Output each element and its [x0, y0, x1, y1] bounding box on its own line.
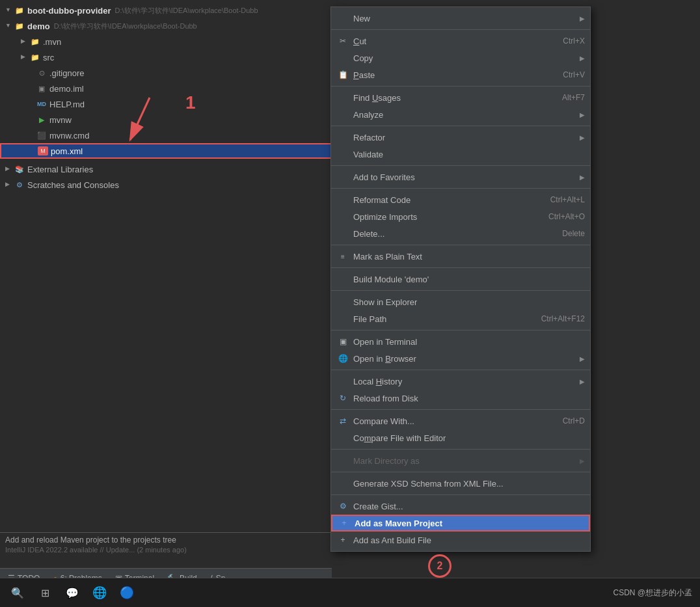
menu-item-cut[interactable]: ✂ Cut Ctrl+X — [331, 33, 590, 49]
folder-icon: 📁 — [30, 52, 40, 62]
tree-item-ext-libs[interactable]: ▶ 📚 External Libraries — [0, 161, 332, 177]
menu-label-compare-editor: Compare File with Editor — [353, 433, 585, 443]
menu-label-paste: Paste — [353, 70, 550, 80]
history-icon — [336, 375, 349, 388]
tree-item-demo-iml[interactable]: ▣ demo.iml — [0, 81, 332, 96]
context-menu: New ▶ ✂ Cut Ctrl+X Copy ▶ 📋 Paste Ctrl+V… — [330, 7, 591, 552]
menu-item-refactor[interactable]: Refactor ▶ — [331, 129, 590, 146]
tree-label: External Libraries — [27, 165, 93, 174]
menu-item-add-maven[interactable]: + Add as Maven Project — [331, 515, 590, 532]
menu-item-open-browser[interactable]: 🌐 Open in Browser ▶ — [331, 350, 590, 367]
tree-label: Scratches and Consoles — [27, 180, 119, 190]
menu-item-reformat[interactable]: Reformat Code Ctrl+Alt+L — [331, 191, 590, 208]
menu-item-validate[interactable]: Validate — [331, 146, 590, 163]
taskbar: 🔍 ⊞ 💬 🌐 🔵 CSDN @想进步的小孟 — [0, 578, 700, 607]
tree-item-mvn[interactable]: ▶ 📁 .mvn — [0, 34, 332, 49]
search-taskbar-icon[interactable]: 🔍 — [8, 583, 27, 602]
tree-item-help-md[interactable]: MD HELP.md — [0, 96, 332, 112]
separator-5 — [331, 188, 590, 189]
run-icon: ▶ — [36, 115, 47, 125]
menu-label-show-explorer: Show in Explorer — [353, 297, 585, 307]
tree-item-pom-xml[interactable]: M pom.xml — [0, 143, 332, 159]
favorites-icon — [336, 170, 349, 183]
grid-taskbar-icon[interactable]: ⊞ — [35, 583, 55, 602]
menu-item-analyze[interactable]: Analyze ▶ — [331, 106, 590, 123]
menu-item-gen-xsd[interactable]: Generate XSD Schema from XML File... — [331, 475, 590, 492]
menu-label-gen-xsd: Generate XSD Schema from XML File... — [353, 479, 585, 489]
separator-8 — [331, 290, 590, 291]
chat-taskbar-icon[interactable]: 💬 — [62, 583, 82, 602]
menu-label-reload-disk: Reload from Disk — [353, 394, 585, 403]
menu-label-add-favorites: Add to Favorites — [353, 172, 577, 182]
compare-shortcut: Ctrl+D — [563, 416, 585, 425]
tree-label: mvnw — [49, 115, 72, 125]
menu-item-paste[interactable]: 📋 Paste Ctrl+V — [331, 66, 590, 83]
tree-item-scratches[interactable]: ▶ ⚙ Scratches and Consoles — [0, 177, 332, 193]
app-taskbar-icon[interactable]: 🔵 — [117, 583, 137, 602]
compare-icon: ⇄ — [336, 414, 349, 427]
tree-item-gitignore[interactable]: ⊙ .gitignore — [0, 65, 332, 81]
menu-item-create-gist[interactable]: ⚙ Create Gist... — [331, 498, 590, 515]
separator-3 — [331, 126, 590, 126]
browser-taskbar-icon[interactable]: 🌐 — [90, 583, 109, 602]
menu-item-local-history[interactable]: Local History ▶ — [331, 373, 590, 390]
optimize-icon — [336, 210, 349, 223]
menu-item-mark-plain[interactable]: ≡ Mark as Plain Text — [331, 248, 590, 265]
menu-item-compare-with[interactable]: ⇄ Compare With... Ctrl+D — [331, 412, 590, 429]
menu-item-optimize[interactable]: Optimize Imports Ctrl+Alt+O — [331, 208, 590, 225]
menu-item-show-explorer[interactable]: Show in Explorer — [331, 293, 590, 310]
iml-icon: ▣ — [36, 83, 47, 94]
tree-item-boot-dubbo[interactable]: ▼ 📁 boot-dubbo-provider D:\软件\学习软件\IDEA\… — [0, 3, 332, 18]
tree-item-demo[interactable]: ▼ 📁 demo D:\软件\学习软件\IDEA\workplace\Boot-… — [0, 18, 332, 34]
menu-item-compare-editor[interactable]: Compare File with Editor — [331, 429, 590, 446]
folder-icon: 📁 — [14, 21, 25, 31]
menu-item-build-module[interactable]: Build Module 'demo' — [331, 271, 590, 288]
status-message-area: Add and reload Maven project to the proj… — [0, 532, 332, 556]
separator-1 — [331, 29, 590, 30]
menu-item-open-terminal[interactable]: ▣ Open in Terminal — [331, 333, 590, 350]
explorer-icon — [336, 295, 349, 308]
status-message-2: IntelliJ IDEA 2022.2 available // Update… — [5, 546, 327, 554]
folder-icon: 📁 — [14, 5, 25, 16]
folder-icon: 📁 — [30, 36, 40, 47]
paste-icon: 📋 — [336, 68, 349, 81]
menu-label-mark-plain: Mark as Plain Text — [353, 252, 585, 262]
tree-label: src — [43, 53, 54, 62]
menu-item-find-usages[interactable]: Find Usages Alt+F7 — [331, 89, 590, 106]
submenu-arrow: ▶ — [580, 457, 585, 465]
tree-item-src[interactable]: ▶ 📁 src — [0, 49, 332, 65]
tree-item-mvnw-cmd[interactable]: ⬛ mvnw.cmd — [0, 128, 332, 143]
expand-arrow: ▼ — [5, 7, 13, 14]
taskbar-right: CSDN @想进步的小孟 — [613, 587, 692, 599]
menu-item-reload-disk[interactable]: ↻ Reload from Disk — [331, 390, 590, 407]
gitignore-icon: ⊙ — [36, 68, 47, 78]
maven-plus-icon: + — [338, 517, 351, 530]
menu-label-mark-dir: Mark Directory as — [353, 456, 577, 466]
grid-icon: ⊞ — [41, 587, 49, 599]
menu-label-add-ant: Add as Ant Build File — [353, 535, 585, 545]
menu-item-new[interactable]: New ▶ — [331, 10, 590, 27]
delete-icon — [336, 227, 349, 240]
delete-shortcut: Delete — [562, 229, 585, 238]
search-icon: 🔍 — [11, 587, 24, 599]
menu-label-validate: Validate — [353, 150, 585, 159]
menu-item-delete[interactable]: Delete... Delete — [331, 225, 590, 242]
menu-item-file-path[interactable]: File Path Ctrl+Alt+F12 — [331, 310, 590, 327]
separator-6 — [331, 245, 590, 245]
expand-arrow: ▼ — [5, 22, 13, 30]
terminal-icon: ▣ — [336, 335, 349, 348]
menu-item-add-ant[interactable]: + Add as Ant Build File — [331, 532, 590, 548]
menu-item-mark-dir[interactable]: Mark Directory as ▶ — [331, 452, 590, 469]
compare-editor-icon — [336, 431, 349, 444]
expand-arrow: ▶ — [5, 181, 13, 189]
scratch-icon: ⚙ — [14, 180, 25, 190]
menu-item-copy[interactable]: Copy ▶ — [331, 49, 590, 66]
refactor-icon — [336, 131, 349, 144]
submenu-arrow: ▶ — [580, 355, 585, 362]
menu-label-file-path: File Path — [353, 314, 528, 324]
tree-label: boot-dubbo-provider — [27, 6, 111, 16]
tree-item-mvnw[interactable]: ▶ mvnw — [0, 112, 332, 128]
mark-dir-icon — [336, 454, 349, 467]
xsd-icon — [336, 477, 349, 490]
menu-item-add-favorites[interactable]: Add to Favorites ▶ — [331, 169, 590, 185]
